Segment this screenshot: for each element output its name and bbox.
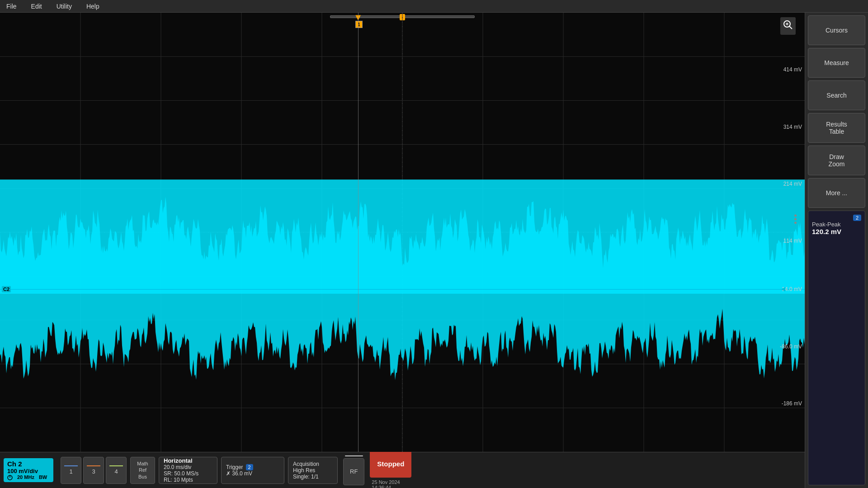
scroll-right-indicator: ◄ (779, 285, 787, 293)
ch2-extra: 20 MHz BW (7, 474, 50, 480)
menu-utility[interactable]: Utility (54, 2, 75, 11)
acquisition-title: Acquisition (293, 461, 333, 467)
ch2-coupling: 20 MHz (17, 474, 34, 480)
draw-zoom-button[interactable]: Draw Zoom (808, 145, 865, 175)
zoom-label: Zoom (829, 160, 845, 168)
trigger-info[interactable]: Trigger 2 ✗ 36.0 mV (221, 457, 284, 484)
acquisition-info[interactable]: Acquisition High Res Single: 1/1 (288, 457, 338, 484)
measurement-label: Peak-Peak (812, 221, 861, 228)
ch2-info[interactable]: Ch 2 100 mV/div 20 MHz BW (4, 458, 53, 482)
scroll-dots (794, 214, 797, 224)
cursors-button[interactable]: Cursors (808, 15, 865, 45)
y-label-neg86: -86.0 mV (780, 343, 802, 350)
scope-area: ▼ 1 (0, 13, 805, 488)
horizontal-time-div: 20.0 ms/div (164, 464, 212, 470)
y-label-114: 114 mV (783, 238, 802, 244)
ch4-button[interactable]: 4 (106, 457, 127, 484)
rf-button[interactable]: RF (343, 458, 364, 485)
y-label-414: 414 mV (783, 66, 802, 73)
menu-help[interactable]: Help (84, 2, 102, 11)
trigger-header: Trigger 2 (226, 464, 279, 470)
svg-line-22 (789, 26, 792, 29)
stopped-button[interactable]: Stopped (370, 450, 411, 478)
grid-container: ▼ 1 (0, 13, 805, 452)
y-label-214: 214 mV (783, 181, 802, 187)
menu-bar: File Edit Utility Help (0, 0, 868, 13)
menu-file[interactable]: File (4, 2, 19, 11)
right-panel: Cursors Measure Search Results Table Dra… (805, 13, 868, 488)
channel-buttons: 1 3 4 (61, 457, 127, 484)
ch2-title: Ch 2 (7, 460, 50, 468)
ch2-bw (7, 474, 13, 480)
ch1-button[interactable]: 1 (61, 457, 81, 484)
waveform-canvas (0, 13, 805, 452)
date-label: 25 Nov 2024 (372, 479, 411, 485)
ch3-button[interactable]: 3 (83, 457, 104, 484)
draw-label: Draw (829, 153, 844, 160)
acquisition-mode: High Res (293, 467, 333, 474)
horizontal-title: Horizontal (164, 457, 212, 464)
measurement-value: 120.2 mV (812, 228, 861, 235)
datetime-box: 25 Nov 2024 14:36:44 (372, 479, 411, 488)
measure-button[interactable]: Measure (808, 48, 865, 78)
trigger-title: Trigger (226, 464, 243, 470)
trigger-level: 36.0 mV (232, 470, 252, 477)
horizontal-info[interactable]: Horizontal 20.0 ms/div SR: 50.0 MS/s RL:… (159, 457, 217, 484)
math-ref-bus-button[interactable]: Math Ref Bus (130, 457, 155, 484)
ch2-label: C2 (2, 286, 11, 292)
y-label-neg186: -186 mV (782, 400, 802, 407)
math-ref-bus-label: Math Ref Bus (137, 460, 148, 480)
stopped-group: Stopped 25 Nov 2024 14:36:44 (370, 450, 411, 488)
horizontal-sr: SR: 50.0 MS/s (164, 470, 212, 477)
trigger-symbol: ✗ (226, 470, 231, 477)
measurement-box: 2 Peak-Peak 120.2 mV (808, 211, 865, 485)
ch2-scale: 100 mV/div (7, 468, 50, 474)
table-label: Table (829, 128, 844, 135)
y-label-314: 314 mV (783, 124, 802, 130)
horizontal-rl: RL: 10 Mpts (164, 477, 212, 483)
trigger-symbol-level: ✗ 36.0 mV (226, 470, 279, 477)
bottom-bar: Ch 2 100 mV/div 20 MHz BW 1 (0, 452, 805, 488)
measurement-channel-badge: 2 (853, 215, 861, 221)
more-button[interactable]: More ... (808, 178, 865, 208)
search-button[interactable]: Search (808, 80, 865, 110)
time-label: 14:36:44 (372, 485, 411, 488)
results-table-button[interactable]: Results Table (808, 113, 865, 143)
magnifier-icon[interactable] (780, 17, 796, 35)
menu-edit[interactable]: Edit (28, 2, 45, 11)
results-label: Results (826, 121, 847, 128)
main-layout: ▼ 1 (0, 13, 868, 488)
trigger-channel-badge: 2 (246, 464, 253, 470)
acquisition-single: Single: 1/1 (293, 474, 333, 480)
ch2-bw-val: BW (39, 474, 47, 480)
